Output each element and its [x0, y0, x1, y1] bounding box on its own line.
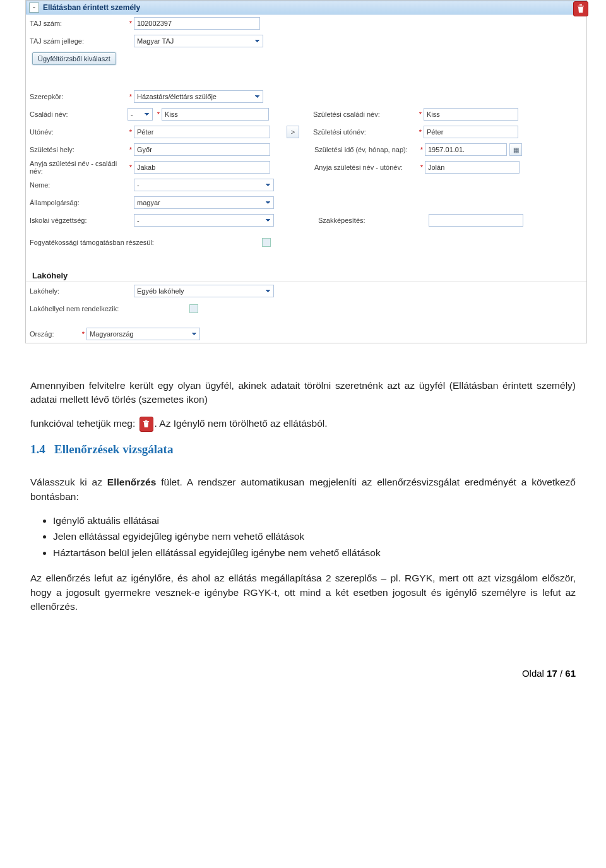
list-item: Háztartáson belül jelen ellátással egyid…	[53, 546, 576, 560]
delete-icon[interactable]	[573, 1, 588, 16]
szul-hely-label: Születési hely:	[30, 146, 128, 153]
required-star: *	[128, 20, 134, 27]
szul-csaladi-label: Születési családi név:	[313, 110, 417, 118]
iskolai-label: Iskolai végzettség:	[30, 217, 128, 224]
choose-from-register-button[interactable]: Ügyféltörzsből kiválaszt	[32, 52, 116, 65]
allampolg-select[interactable]: magyar	[134, 196, 274, 209]
form-screenshot: - Ellátásban érintett személy TAJ szám: …	[25, 0, 587, 343]
utonev-label: Utónév:	[30, 128, 128, 136]
csaladi-label: Családi név:	[30, 110, 128, 118]
document-body: Amennyiben felvitelre került egy olyan ü…	[0, 343, 606, 636]
szul-ido-label: Születési idő (év, hónap, nap):	[314, 146, 419, 153]
name-prefix-select[interactable]: -	[128, 108, 153, 121]
section-header: - Ellátásban érintett személy	[26, 1, 586, 15]
orszag-select[interactable]: Magyarország	[86, 328, 200, 340]
szakkep-input[interactable]	[429, 214, 523, 227]
szerepkor-label: Szerepkör:	[30, 93, 128, 100]
lakohely-label: Lakóhely:	[30, 287, 128, 295]
allampolg-label: Állampolgárság:	[30, 199, 128, 206]
collapse-button[interactable]: -	[29, 3, 39, 13]
taj-jelleg-select[interactable]: Magyar TAJ	[134, 35, 263, 47]
anyja-csal-label: Anyja születési név - családi név:	[30, 160, 128, 175]
szakkep-label: Szakképesítés:	[318, 217, 422, 224]
calendar-icon[interactable]: ▦	[509, 143, 522, 156]
utonev-input[interactable]	[134, 126, 270, 138]
nemrend-checkbox[interactable]	[189, 304, 198, 313]
iskolai-select[interactable]: -	[134, 214, 274, 227]
szerepkor-select[interactable]: Házastárs/élettárs szülője	[134, 90, 263, 103]
fogyatek-label: Fogyatékossági támogatásban részesül:	[30, 239, 162, 246]
csaladi-input[interactable]	[162, 108, 269, 121]
bullet-list: Igénylő aktuális ellátásai Jelen ellátás…	[53, 514, 576, 560]
szul-utonev-label: Születési utónév:	[313, 128, 417, 136]
list-item: Jelen ellátással egyidejűleg igénybe nem…	[53, 530, 576, 544]
neme-label: Neme:	[30, 181, 128, 189]
szul-csaladi-input[interactable]	[424, 108, 518, 121]
section-title: Ellátásban érintett személy	[43, 3, 140, 12]
taj-jelleg-label: TAJ szám jellege:	[30, 37, 128, 45]
copy-right-button[interactable]: >	[287, 126, 299, 138]
paragraph-3: Az ellenőrzés lefut az igénylőre, és aho…	[30, 571, 576, 614]
lakohely-header: Lakóhely	[26, 267, 586, 282]
paragraph-2: Válasszuk ki az Ellenőrzés fület. A rend…	[30, 475, 576, 504]
paragraph-1b: funkcióval tehetjük meg: . Az Igénylő ne…	[30, 417, 576, 432]
szul-hely-input[interactable]	[134, 143, 270, 156]
anyja-uto-label: Anyja születési név - utónév:	[314, 163, 419, 171]
list-item: Igénylő aktuális ellátásai	[53, 514, 576, 528]
szul-ido-input[interactable]	[425, 143, 507, 156]
anyja-csal-input[interactable]	[134, 161, 270, 174]
heading-1-4: 1.4 Ellenőrzések vizsgálata	[30, 441, 576, 458]
fogyatek-checkbox[interactable]	[262, 238, 271, 247]
anyja-uto-input[interactable]	[425, 161, 520, 174]
orszag-label: Ország:	[30, 330, 80, 338]
page-footer: Oldal 17 / 61	[0, 636, 606, 686]
paragraph-1a: Amennyiben felvitelre került egy olyan ü…	[30, 379, 576, 407]
szul-utonev-input[interactable]	[424, 126, 518, 138]
nemrend-label: Lakóhellyel nem rendelkezik:	[30, 305, 128, 312]
neme-select[interactable]: -	[134, 179, 274, 191]
taj-label: TAJ szám:	[30, 20, 128, 27]
trash-icon	[140, 417, 153, 432]
taj-input[interactable]	[134, 17, 260, 30]
lakohely-select[interactable]: Egyéb lakóhely	[134, 285, 274, 297]
